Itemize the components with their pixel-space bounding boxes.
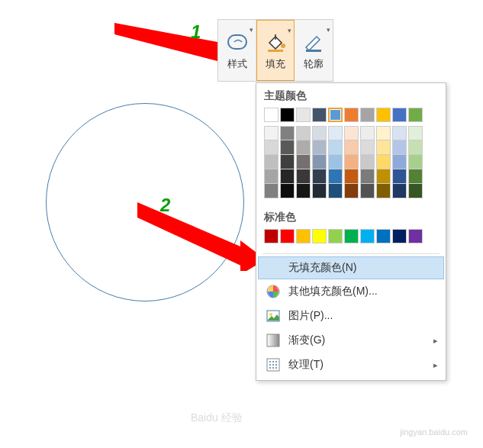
theme-shade-swatch[interactable] [296, 184, 311, 198]
theme-shade-swatch[interactable] [344, 155, 359, 169]
format-toolbar: ▾ 样式 ▾ 填充 ▾ 轮廓 [217, 19, 333, 82]
svg-rect-7 [268, 50, 283, 52]
fill-button[interactable]: ▾ 填充 [256, 20, 295, 81]
picture-icon [266, 308, 281, 324]
theme-shade-swatch[interactable] [312, 169, 327, 184]
theme-shade-swatch[interactable] [296, 126, 311, 140]
theme-shade-swatch[interactable] [264, 126, 279, 140]
gradient-fill-item[interactable]: 渐变(G) ▸ [256, 328, 446, 353]
theme-shade-swatch[interactable] [312, 155, 327, 169]
theme-shade-swatch[interactable] [408, 126, 423, 140]
theme-shade-swatch[interactable] [280, 169, 295, 184]
theme-shade-swatch[interactable] [264, 140, 279, 155]
theme-shade-swatch[interactable] [344, 184, 359, 198]
standard-color-swatch[interactable] [280, 229, 295, 243]
theme-shade-swatch[interactable] [360, 155, 375, 169]
theme-shade-swatch[interactable] [408, 184, 423, 198]
theme-color-swatch[interactable] [376, 108, 391, 122]
chevron-down-icon: ▾ [288, 27, 291, 34]
theme-shade-swatch[interactable] [328, 155, 343, 169]
outline-label: 轮廓 [304, 57, 324, 71]
style-button[interactable]: ▾ 样式 [218, 20, 256, 81]
gradient-label: 渐变(G) [288, 334, 325, 347]
theme-color-swatch[interactable] [296, 108, 311, 122]
texture-icon [266, 357, 281, 372]
theme-shade-swatch[interactable] [280, 184, 295, 198]
theme-shade-swatch[interactable] [408, 155, 423, 169]
theme-shade-swatch[interactable] [344, 140, 359, 155]
theme-shade-swatch[interactable] [392, 126, 407, 140]
theme-color-swatch[interactable] [312, 108, 327, 122]
picture-fill-item[interactable]: 图片(P)... [256, 304, 446, 328]
svg-point-6 [281, 44, 285, 48]
standard-color-swatch[interactable] [264, 229, 279, 243]
theme-color-swatch[interactable] [280, 108, 295, 122]
theme-shade-swatch[interactable] [312, 126, 327, 140]
theme-shade-swatch[interactable] [280, 126, 295, 140]
theme-shade-swatch[interactable] [280, 155, 295, 169]
standard-color-swatch[interactable] [296, 229, 311, 243]
chevron-down-icon: ▾ [250, 26, 253, 34]
theme-shade-swatch[interactable] [328, 184, 343, 198]
theme-shade-swatch[interactable] [264, 169, 279, 184]
theme-shade-swatch[interactable] [392, 155, 407, 169]
theme-shade-swatch[interactable] [392, 140, 407, 155]
theme-shade-swatch[interactable] [376, 126, 391, 140]
theme-shade-swatch[interactable] [408, 140, 423, 155]
theme-shade-swatch[interactable] [360, 169, 375, 184]
svg-point-14 [269, 361, 271, 363]
gradient-icon [266, 333, 281, 348]
texture-fill-item[interactable]: 纹理(T) ▸ [256, 353, 446, 377]
chevron-down-icon: ▾ [327, 26, 330, 34]
theme-shade-swatch[interactable] [376, 155, 391, 169]
theme-shade-swatch[interactable] [376, 169, 391, 184]
theme-shade-swatch[interactable] [312, 140, 327, 155]
theme-shade-swatch[interactable] [264, 184, 279, 198]
theme-colors-title: 主题颜色 [256, 83, 446, 108]
standard-color-swatch[interactable] [328, 229, 343, 243]
standard-color-swatch[interactable] [392, 229, 407, 243]
theme-shade-swatch[interactable] [408, 169, 423, 184]
theme-shade-swatch[interactable] [344, 169, 359, 184]
theme-shade-swatch[interactable] [328, 169, 343, 184]
theme-color-swatch[interactable] [328, 108, 343, 122]
svg-marker-3 [137, 202, 244, 267]
theme-color-swatch[interactable] [264, 108, 279, 122]
more-colors-label: 其他填充颜色(M)... [288, 285, 378, 298]
theme-shade-swatch[interactable] [392, 169, 407, 184]
theme-shade-swatch[interactable] [344, 126, 359, 140]
theme-color-swatch[interactable] [392, 108, 407, 122]
theme-shade-swatch[interactable] [376, 184, 391, 198]
theme-shade-swatch[interactable] [296, 155, 311, 169]
standard-color-swatch[interactable] [360, 229, 375, 243]
theme-color-swatch[interactable] [344, 108, 359, 122]
theme-color-swatch[interactable] [408, 108, 423, 122]
theme-shade-swatch[interactable] [296, 169, 311, 184]
theme-shade-swatch[interactable] [280, 140, 295, 155]
theme-shade-swatch[interactable] [296, 140, 311, 155]
theme-shade-swatch[interactable] [392, 184, 407, 198]
svg-rect-12 [267, 334, 279, 346]
theme-shade-swatch[interactable] [360, 140, 375, 155]
theme-shade-swatch[interactable] [312, 184, 327, 198]
standard-color-swatch[interactable] [344, 229, 359, 243]
outline-icon [301, 30, 326, 54]
svg-point-22 [275, 367, 277, 369]
more-colors-item[interactable]: 其他填充颜色(M)... [256, 279, 446, 304]
no-fill-item[interactable]: 无填充颜色(N) [258, 256, 444, 279]
theme-shade-swatch[interactable] [360, 184, 375, 198]
theme-shade-swatch[interactable] [328, 140, 343, 155]
standard-color-swatch[interactable] [376, 229, 391, 243]
theme-shade-swatch[interactable] [328, 126, 343, 140]
theme-color-swatch[interactable] [360, 108, 375, 122]
theme-shade-swatch[interactable] [376, 140, 391, 155]
watermark-url: jingyan.baidu.com [400, 427, 468, 437]
svg-point-21 [272, 367, 274, 369]
divider [262, 253, 440, 254]
style-label: 样式 [227, 57, 247, 71]
theme-shade-swatch[interactable] [264, 155, 279, 169]
standard-color-swatch[interactable] [312, 229, 327, 243]
theme-shade-swatch[interactable] [360, 126, 375, 140]
standard-color-swatch[interactable] [408, 229, 423, 243]
outline-button[interactable]: ▾ 轮廓 [295, 20, 333, 81]
